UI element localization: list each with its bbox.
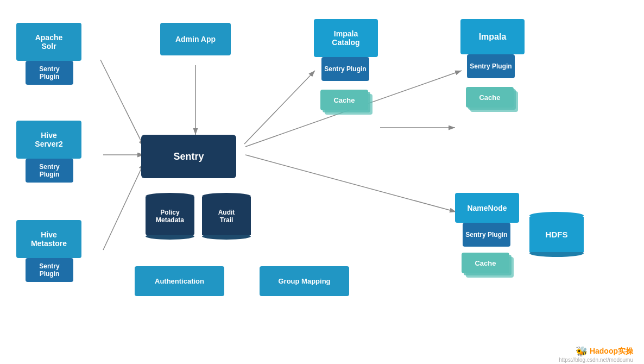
cache-stack-1: Cache	[320, 90, 370, 118]
watermark-text: Hadoop实操	[590, 347, 633, 356]
sentry-main-box: Sentry	[141, 135, 236, 178]
sentry-plugin-solr: Sentry Plugin	[26, 61, 73, 85]
diagram-container: Apache Solr Sentry Plugin Hive Server2 S…	[0, 0, 644, 364]
sentry-plugin-impala: Sentry Plugin	[467, 54, 515, 78]
admin-app-box: Admin App	[160, 23, 231, 55]
svg-line-2	[100, 60, 144, 147]
watermark-icon: 🐝	[576, 346, 588, 357]
svg-line-4	[103, 163, 144, 250]
audit-trail-cylinder: Audit Trail	[202, 193, 251, 240]
group-mapping-box: Group Mapping	[260, 266, 349, 296]
hive-server2-box: Hive Server2	[16, 121, 81, 159]
policy-metadata-cylinder: Policy Metadata	[146, 193, 194, 240]
authentication-box: Authentication	[135, 266, 224, 296]
namenode-box: NameNode	[455, 193, 519, 223]
impala-box: Impala	[460, 19, 525, 54]
hive-metastore-box: Hive Metastore	[16, 220, 81, 258]
url-watermark: https://blog.csdn.net/modoumu	[559, 357, 633, 363]
sentry-plugin-namenode: Sentry Plugin	[463, 223, 510, 247]
svg-line-6	[244, 71, 315, 144]
sentry-plugin-metastore: Sentry Plugin	[26, 258, 73, 282]
sentry-plugin-impala-catalog: Sentry Plugin	[321, 57, 369, 81]
impala-catalog-box: Impala Catalog	[314, 19, 378, 57]
svg-line-8	[245, 155, 456, 212]
apache-solr-box: Apache Solr	[16, 23, 81, 61]
cache-stack-3: Cache	[462, 253, 512, 281]
cache-stack-2: Cache	[466, 87, 516, 115]
watermark: 🐝 Hadoop实操	[576, 346, 633, 357]
hdfs-cylinder: HDFS	[529, 212, 584, 257]
sentry-plugin-hive-server: Sentry Plugin	[26, 159, 73, 183]
